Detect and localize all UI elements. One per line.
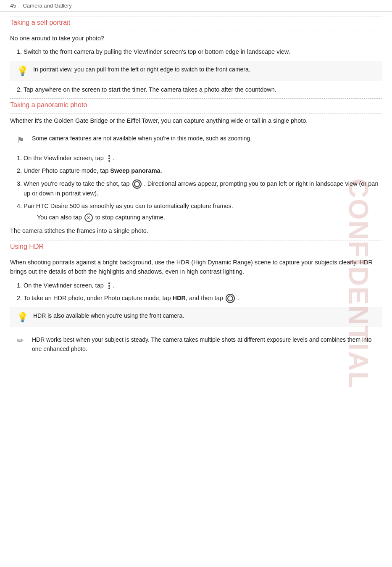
section-hdr-title: Using HDR: [10, 243, 382, 251]
hdr-intro: When shooting portraits against a bright…: [10, 258, 382, 277]
divider-2: [10, 98, 382, 99]
shutter-icon-2: [226, 294, 235, 303]
hdr-note-pencil: ✏ HDR works best when your subject is st…: [10, 331, 382, 358]
self-portrait-intro: No one around to take your photo?: [10, 34, 382, 43]
panoramic-steps: On the Viewfinder screen, tap . Under Ph…: [24, 153, 382, 222]
panoramic-step-2: Under Photo capture mode, tap Sweep pano…: [24, 166, 382, 175]
menu-icon-1: [106, 155, 112, 162]
hdr-step-2: To take an HDR photo, under Photo captur…: [24, 293, 382, 303]
hdr-label: HDR: [173, 295, 186, 301]
self-portrait-steps-2: Tap anywhere on the screen to start the …: [24, 85, 382, 94]
self-portrait-step-2: Tap anywhere on the screen to start the …: [24, 85, 382, 94]
panoramic-step-4: Pan HTC Desire 500 as smoothly as you ca…: [24, 201, 382, 222]
divider-2b: [10, 113, 382, 113]
sweep-panorama-label: Sweep panorama: [110, 167, 160, 174]
divider-3: [10, 240, 382, 240]
panoramic-outro: The camera stitches the frames into a si…: [10, 226, 382, 235]
page-number: 45: [10, 3, 16, 9]
panoramic-step-1: On the Viewfinder screen, tap .: [24, 153, 382, 163]
tip-icon-2: 💡: [17, 312, 28, 323]
menu-icon-2: [106, 282, 112, 290]
section-self-portrait-title: Taking a self portrait: [10, 19, 382, 26]
stop-icon-1: ✕: [84, 214, 93, 222]
panoramic-flag: ⚑ Some camera features are not available…: [10, 130, 382, 149]
hdr-step-1: On the Viewfinder screen, tap .: [24, 281, 382, 290]
self-portrait-steps-1: Switch to the front camera by pulling th…: [24, 47, 382, 56]
chapter-title: Camera and Gallery: [23, 3, 71, 9]
tip-icon: 💡: [17, 66, 28, 76]
hdr-note-pencil-text: HDR works best when your subject is stea…: [32, 335, 375, 353]
hdr-note-tip-text: HDR is also available when you're using …: [33, 311, 184, 321]
panoramic-intro: Whether it's the Golden Gate Bridge or t…: [10, 116, 382, 125]
hdr-steps: On the Viewfinder screen, tap . To take …: [24, 281, 382, 303]
section-panoramic-title: Taking a panoramic photo: [10, 101, 382, 109]
self-portrait-step-1: Switch to the front camera by pulling th…: [24, 47, 382, 56]
hdr-note-tip: 💡 HDR is also available when you're usin…: [10, 307, 382, 327]
divider-1b: [10, 31, 382, 31]
self-portrait-note: 💡 In portrait view, you can pull from th…: [10, 61, 382, 81]
page-header: 45 Camera and Gallery: [0, 0, 392, 12]
flag-icon: ⚑: [17, 135, 27, 145]
pencil-icon: ✏: [17, 335, 27, 345]
panoramic-sub-item: You can also tap ✕ to stop capturing any…: [37, 213, 382, 222]
self-portrait-note-text: In portrait view, you can pull from the …: [33, 65, 250, 74]
panoramic-step-3: When you're ready to take the shot, tap …: [24, 179, 382, 198]
divider-3b: [10, 255, 382, 255]
shutter-icon-1: [132, 179, 142, 189]
divider-1: [10, 16, 382, 16]
panoramic-flag-text: Some camera features are not available w…: [32, 134, 252, 143]
